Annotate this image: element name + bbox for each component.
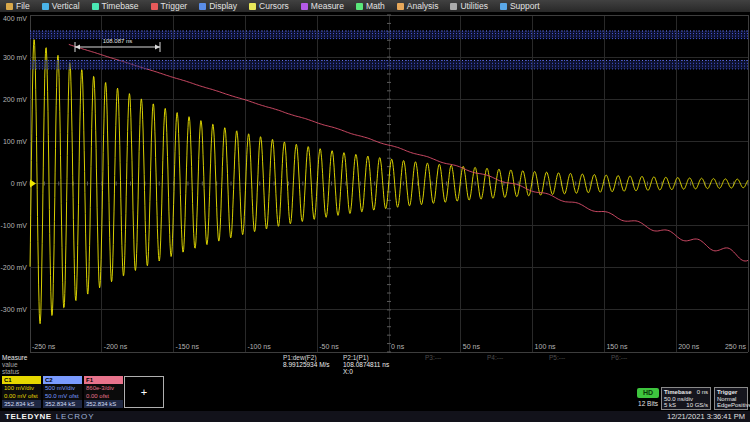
x-axis-label: -50 ns <box>319 343 339 350</box>
channel-scale: 500 mV/div <box>43 384 82 392</box>
menu-item-label: Cursors <box>259 0 289 13</box>
channel-samples: 352.834 kS <box>84 400 123 408</box>
menu-bar: FileVerticalTimebaseTriggerDisplayCursor… <box>0 0 750 13</box>
measure-row-label: Measure <box>2 354 27 361</box>
trigger-descriptor[interactable]: Trigger Normal Edge Positive <box>714 387 748 410</box>
menu-cursors[interactable]: Cursors <box>249 0 289 13</box>
menu-trigger[interactable]: Trigger <box>151 0 188 13</box>
support-icon <box>500 3 507 10</box>
status-bar: TELEDYNE LECROY 12/21/2021 3:36:41 PM <box>0 411 750 422</box>
menu-utilities[interactable]: Utilities <box>450 0 487 13</box>
menu-item-label: Math <box>366 0 385 13</box>
y-axis-label: -200 mV <box>1 264 28 271</box>
brand-logo: TELEDYNE LECROY <box>5 412 95 421</box>
display-icon <box>199 3 206 10</box>
timebase-descriptor[interactable]: Timebase 0 ns 50.0 ns/div 5 kS 10 GS/s <box>661 387 711 410</box>
channel-id: C2 <box>43 376 82 384</box>
y-axis-label: 100 mV <box>3 138 27 145</box>
measure-table: MeasureP1:dew(F2)P2:1(P1)P3:---P4:---P5:… <box>0 354 750 375</box>
x-axis-label: 200 ns <box>678 343 700 350</box>
menu-item-label: Display <box>209 0 237 13</box>
channel-offset: 0.00 mV ofst <box>2 392 41 400</box>
measure-name-p1[interactable]: P1:dew(F2) <box>283 354 317 361</box>
math-icon <box>356 3 363 10</box>
menu-math[interactable]: Math <box>356 0 385 13</box>
timebase-samples: 5 kS <box>664 402 676 409</box>
annotation-arrow <box>155 45 160 50</box>
x-axis-label: 250 ns <box>725 343 747 350</box>
channel-scale: 100 mV/div <box>2 384 41 392</box>
measure-value-p1: 8.99125934 M/s <box>283 361 330 368</box>
menu-display[interactable]: Display <box>199 0 237 13</box>
file-icon <box>6 3 13 10</box>
measure-name-p5[interactable]: P5:--- <box>549 354 565 361</box>
x-axis-label: 0 ns <box>391 343 405 350</box>
measure-row-label: value <box>2 361 18 368</box>
menu-item-label: Vertical <box>52 0 80 13</box>
channel-descriptor-c1[interactable]: C1100 mV/div0.00 mV ofst352.834 kS <box>2 376 41 408</box>
scope-grid[interactable]: 108.087 ns400 mV300 mV200 mV100 mV0 mV-1… <box>0 13 750 354</box>
cursors-icon <box>249 3 256 10</box>
menu-analysis[interactable]: Analysis <box>397 0 439 13</box>
x-axis-label: 50 ns <box>463 343 481 350</box>
y-axis-label: 300 mV <box>3 54 27 61</box>
measure-row-value: value8.99125934 M/s108.0874811 ns <box>0 361 750 368</box>
c2-trace-band <box>30 31 748 39</box>
oscilloscope-app: { "menu": {"items": [ {"label":"File","i… <box>0 0 750 422</box>
menu-file[interactable]: File <box>6 0 30 13</box>
menu-support[interactable]: Support <box>500 0 540 13</box>
menu-timebase[interactable]: Timebase <box>92 0 139 13</box>
measure-row-label: status <box>2 368 19 375</box>
channel-offset: 0.00 ofst <box>84 392 123 400</box>
channel-descriptor-c2[interactable]: C2500 mV/div50.0 mV ofst352.834 kS <box>43 376 82 408</box>
menu-item-label: File <box>16 0 30 13</box>
y-axis-label: 400 mV <box>3 15 27 22</box>
y-axis-label: -100 mV <box>1 222 28 229</box>
menu-item-label: Trigger <box>161 0 188 13</box>
x-axis-label: -150 ns <box>176 343 200 350</box>
x-axis-label: 150 ns <box>606 343 628 350</box>
utilities-icon <box>450 3 457 10</box>
trigger-slope: Positive <box>731 402 750 409</box>
resolution-label: 12 Bits <box>632 400 664 407</box>
menu-item-label: Utilities <box>460 0 487 13</box>
menu-vertical[interactable]: Vertical <box>42 0 80 13</box>
menu-item-label: Analysis <box>407 0 439 13</box>
crosshair-icon: + <box>141 386 147 398</box>
datetime-label: 12/21/2021 3:36:41 PM <box>667 412 745 421</box>
y-axis-label: 200 mV <box>3 96 27 103</box>
menu-item-label: Measure <box>311 0 344 13</box>
annotation-label: 108.087 ns <box>103 38 133 44</box>
c1-zero-marker <box>30 180 36 188</box>
channel-offset: 50.0 mV ofst <box>43 392 82 400</box>
channel-samples: 352.834 kS <box>2 400 41 408</box>
annotation-arrow <box>75 45 80 50</box>
measure-name-p4[interactable]: P4:--- <box>487 354 503 361</box>
x-axis-label: -200 ns <box>104 343 128 350</box>
brand-lecroy: LECROY <box>56 412 95 421</box>
measure-row-status: statusX:0 <box>0 368 750 375</box>
zoom-preview[interactable]: + <box>124 376 164 408</box>
measure-row-name: MeasureP1:dew(F2)P2:1(P1)P3:---P4:---P5:… <box>0 354 750 361</box>
waveform-display[interactable]: 108.087 ns400 mV300 mV200 mV100 mV0 mV-1… <box>0 13 750 354</box>
brand-teledyne: TELEDYNE <box>5 412 52 421</box>
f1-trace <box>69 44 748 261</box>
channel-id: C1 <box>2 376 41 384</box>
measure-name-p3[interactable]: P3:--- <box>425 354 441 361</box>
x-axis-label: -100 ns <box>247 343 271 350</box>
measure-name-p6[interactable]: P6:--- <box>611 354 627 361</box>
hd-badge: HD <box>637 388 659 398</box>
timebase-position: 0 ns <box>697 389 708 396</box>
vertical-icon <box>42 3 49 10</box>
channel-descriptors: C1100 mV/div0.00 mV ofst352.834 kSC2500 … <box>2 376 123 408</box>
measure-name-p2[interactable]: P2:1(P1) <box>343 354 369 361</box>
menu-item-label: Support <box>510 0 540 13</box>
analysis-icon <box>397 3 404 10</box>
measure-value-p2: 108.0874811 ns <box>343 361 389 368</box>
channel-descriptor-f1[interactable]: F1860e-3/div0.00 ofst352.834 kS <box>84 376 123 408</box>
channel-samples: 352.834 kS <box>43 400 82 408</box>
menu-measure[interactable]: Measure <box>301 0 344 13</box>
measure-status-p2: X:0 <box>343 368 353 375</box>
measure-icon <box>301 3 308 10</box>
y-axis-label: 0 mV <box>11 180 28 187</box>
